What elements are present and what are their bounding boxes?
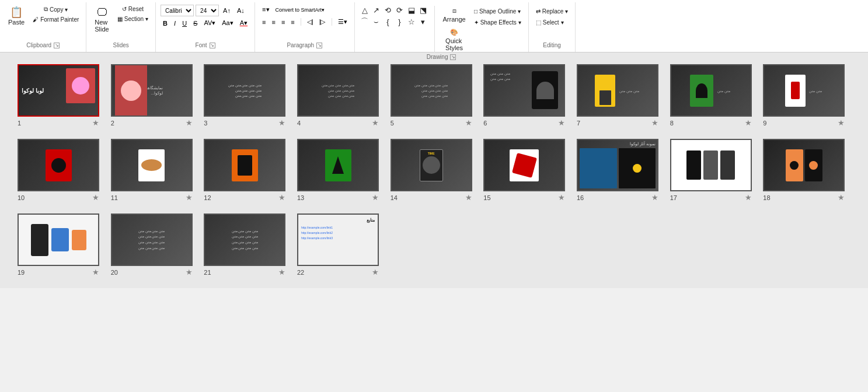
- slide-thumb-13[interactable]: [297, 139, 379, 191]
- section-button[interactable]: ▦ Section ▾: [115, 15, 151, 23]
- slide-item-11[interactable]: 11★: [111, 139, 198, 202]
- slide-thumb-2[interactable]: نمایشگاهی لوبالوکوا...: [111, 64, 193, 117]
- slide-thumb-21[interactable]: متن متن متن متنمتن متن متن متنمتن متن مت…: [204, 214, 285, 266]
- justify-button[interactable]: ≡: [288, 18, 297, 27]
- slide-item-10[interactable]: 10★: [18, 139, 105, 202]
- slide-item-17[interactable]: 17★: [670, 139, 758, 202]
- slide-star-6[interactable]: ★: [558, 118, 565, 127]
- slide-thumb-14[interactable]: TIME: [391, 139, 472, 191]
- replace-button[interactable]: ⇄ Replace ▾: [534, 7, 571, 16]
- reset-button[interactable]: ↺ Reset: [115, 5, 151, 13]
- slide-star-16[interactable]: ★: [651, 193, 658, 202]
- slide-item-14[interactable]: TIME 14★: [391, 139, 478, 202]
- slide-item-12[interactable]: 12★: [204, 139, 291, 202]
- new-slide-button[interactable]: 🖵 New Slide: [91, 5, 112, 35]
- increase-font-button[interactable]: A↑: [221, 6, 233, 15]
- italic-button[interactable]: I: [172, 19, 178, 28]
- slide-item-8[interactable]: متن متن 8★: [670, 64, 758, 127]
- slide-star-9[interactable]: ★: [838, 118, 845, 127]
- slide-item-21[interactable]: متن متن متن متنمتن متن متن متنمتن متن مت…: [204, 214, 291, 276]
- slide-item-7[interactable]: متن متن متن 7★: [577, 64, 664, 127]
- columns-button[interactable]: ☰▾: [336, 17, 350, 27]
- slide-star-19[interactable]: ★: [92, 268, 99, 276]
- slide-thumb-12[interactable]: [204, 139, 285, 191]
- shape-arrow[interactable]: ↗: [371, 5, 382, 15]
- slide-star-7[interactable]: ★: [651, 118, 658, 127]
- slide-thumb-11[interactable]: [111, 139, 193, 191]
- shape-undo-arrow[interactable]: ⟲: [383, 5, 393, 15]
- slide-star-12[interactable]: ★: [278, 193, 285, 202]
- slide-thumb-6[interactable]: متن متن متنمتن متن متن: [483, 64, 565, 117]
- slide-item-6[interactable]: متن متن متنمتن متن متن 6★: [483, 64, 571, 127]
- drawing-expand-icon[interactable]: ↘: [450, 54, 456, 60]
- slide-item-18[interactable]: 18★: [763, 139, 850, 202]
- slide-star-13[interactable]: ★: [372, 193, 379, 202]
- slide-star-4[interactable]: ★: [372, 118, 379, 127]
- shape-star[interactable]: ☆: [406, 16, 417, 27]
- shape-more[interactable]: ▾: [418, 16, 428, 27]
- paragraph-expand-icon[interactable]: ↘: [316, 43, 322, 48]
- slide-star-17[interactable]: ★: [745, 193, 752, 202]
- shape-arc1[interactable]: ⌒: [360, 16, 370, 27]
- shape-brace-open[interactable]: {: [383, 16, 393, 27]
- slide-item-1[interactable]: لوبا لوکوا 1★: [18, 64, 105, 127]
- underline-button[interactable]: U: [180, 19, 189, 28]
- quick-styles-button[interactable]: 🎨 Quick Styles: [440, 26, 469, 54]
- slide-thumb-20[interactable]: متن متن متن متنمتن متن متن متنمتن متن مت…: [111, 214, 193, 266]
- slide-item-3[interactable]: متن متن متن متن متنمتن متن متن متنمتن مت…: [204, 64, 291, 127]
- slide-star-22[interactable]: ★: [372, 268, 379, 276]
- slide-thumb-7[interactable]: متن متن متن: [577, 64, 658, 117]
- slide-item-13[interactable]: 13★: [297, 139, 385, 202]
- slide-thumb-3[interactable]: متن متن متن متن متنمتن متن متن متنمتن مت…: [204, 64, 285, 117]
- slide-star-3[interactable]: ★: [278, 118, 285, 127]
- clipboard-expand-icon[interactable]: ↘: [54, 43, 60, 48]
- slide-item-2[interactable]: نمایشگاهی لوبالوکوا... 2★: [111, 64, 198, 127]
- paste-button[interactable]: 📋 Paste: [5, 5, 28, 28]
- slide-star-15[interactable]: ★: [558, 193, 565, 202]
- align-center-button[interactable]: ≡: [270, 18, 278, 27]
- slide-item-5[interactable]: متن متن متن متن متنمتن متن متن متنمتن مت…: [391, 64, 478, 127]
- slide-item-15[interactable]: 15★: [483, 139, 571, 202]
- slide-star-2[interactable]: ★: [186, 118, 193, 127]
- slide-thumb-10[interactable]: [18, 139, 99, 191]
- font-size-select[interactable]: 24: [196, 5, 219, 16]
- arrange-button[interactable]: ⧈ Arrange: [440, 5, 469, 25]
- slide-thumb-19[interactable]: [18, 214, 99, 266]
- slide-thumb-1[interactable]: لوبا لوکوا: [18, 64, 99, 117]
- font-expand-icon[interactable]: ↘: [210, 43, 215, 48]
- shape-brace-close[interactable]: }: [395, 16, 405, 27]
- slide-item-9[interactable]: متن متن 9★: [763, 64, 850, 127]
- shape-arc2[interactable]: ⌣: [371, 16, 382, 27]
- shape-triangle[interactable]: △: [360, 5, 370, 15]
- align-right-button[interactable]: ≡: [279, 18, 287, 27]
- shape-effects-button[interactable]: ✦ Shape Effects ▾: [472, 18, 524, 27]
- font-color-button[interactable]: A▾: [238, 18, 250, 28]
- slide-thumb-4[interactable]: متن متن متن متن متنمتن متن متن متنمتن مت…: [297, 64, 379, 117]
- slide-star-1[interactable]: ★: [92, 118, 99, 127]
- shape-outline-button[interactable]: □ Shape Outline ▾: [472, 7, 524, 16]
- slide-item-16[interactable]: نمونه آثار لوکوا 16★: [577, 139, 664, 202]
- slide-item-22[interactable]: منابع http://example.com/link1http://exa…: [297, 214, 385, 276]
- slide-thumb-22[interactable]: منابع http://example.com/link1http://exa…: [297, 214, 379, 266]
- slide-star-5[interactable]: ★: [465, 118, 472, 127]
- shape-redo-arrow[interactable]: ⟳: [395, 5, 405, 15]
- slide-star-20[interactable]: ★: [186, 268, 193, 276]
- slide-star-14[interactable]: ★: [465, 193, 472, 202]
- slide-star-21[interactable]: ★: [278, 268, 285, 276]
- slide-thumb-8[interactable]: متن متن: [670, 64, 752, 117]
- font-name-select[interactable]: Calibri: [161, 5, 194, 16]
- slide-item-19[interactable]: 19★: [18, 214, 105, 276]
- align-left-button[interactable]: ≡: [260, 18, 268, 27]
- format-painter-button[interactable]: 🖌 Format Painter: [30, 15, 81, 24]
- slide-thumb-17[interactable]: [670, 139, 752, 191]
- slide-item-20[interactable]: متن متن متن متنمتن متن متن متنمتن متن مت…: [111, 214, 198, 276]
- slide-star-10[interactable]: ★: [92, 193, 99, 202]
- slide-star-11[interactable]: ★: [186, 193, 193, 202]
- align-text-button[interactable]: ≡▾: [260, 5, 271, 15]
- shape-rect2[interactable]: ⬔: [418, 5, 428, 15]
- shape-rect1[interactable]: ⬓: [406, 5, 417, 15]
- ltr-button[interactable]: |▷: [317, 17, 328, 27]
- convert-smartart-button[interactable]: Convert to SmartArt▾: [273, 6, 327, 14]
- decrease-font-button[interactable]: A↓: [235, 6, 247, 15]
- slide-thumb-15[interactable]: [483, 139, 565, 191]
